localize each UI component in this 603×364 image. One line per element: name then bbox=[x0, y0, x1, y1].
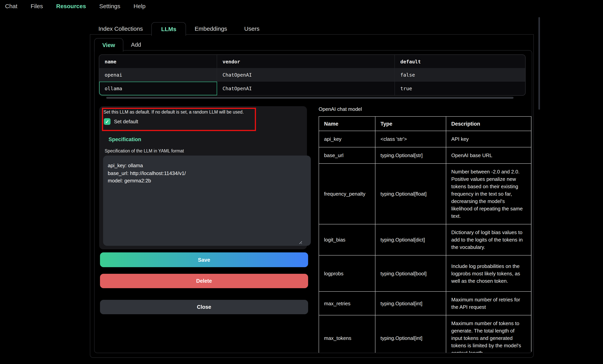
set-default-label: Set default bbox=[114, 119, 138, 125]
llm-col-name: name bbox=[99, 55, 217, 68]
model-row: max_tokens typing.Optional[int] Maximum … bbox=[319, 315, 531, 353]
param-name: logprobs bbox=[319, 255, 375, 292]
param-type: typing.Optional[dict] bbox=[375, 224, 446, 255]
llm-detail-panel: Set this LLM as default. If no default i… bbox=[99, 106, 307, 249]
tab-index-collections[interactable]: Index Collections bbox=[90, 22, 151, 35]
model-row: logprobs typing.Optional[bool] Include l… bbox=[319, 255, 531, 292]
tab-llms[interactable]: LLMs bbox=[151, 22, 186, 35]
llm-list-table: name vendor default openai ChatOpenAI fa… bbox=[99, 55, 526, 96]
close-button[interactable]: Close bbox=[100, 300, 308, 314]
cell-vendor[interactable]: ChatOpenAI bbox=[217, 82, 395, 95]
table-row[interactable]: openai ChatOpenAI false bbox=[99, 68, 525, 82]
param-description: API key bbox=[446, 131, 531, 147]
cell-default[interactable]: true bbox=[395, 82, 525, 95]
tab-users[interactable]: Users bbox=[236, 22, 268, 35]
llms-panel: View Add name vendor default openai Chat… bbox=[90, 34, 534, 358]
param-description: OpenAI base URL bbox=[446, 147, 531, 163]
set-default-checkbox[interactable]: ✓ bbox=[104, 118, 110, 125]
model-col-description: Description bbox=[446, 116, 531, 131]
cell-default[interactable]: false bbox=[395, 68, 525, 82]
tab-embeddings[interactable]: Embeddings bbox=[186, 22, 236, 35]
page-vertical-scrollbar[interactable] bbox=[538, 17, 540, 110]
model-row: logit_bias typing.Optional[dict] Diction… bbox=[319, 224, 531, 255]
param-description: Maximum number of tokens to generate. Th… bbox=[446, 315, 531, 353]
param-description: Dictionary of logit bias values to add t… bbox=[446, 224, 531, 255]
param-type: typing.Optional[bool] bbox=[375, 255, 446, 292]
subtab-add[interactable]: Add bbox=[123, 38, 149, 51]
model-info-table: Name Type Description api_key <class 'st… bbox=[319, 116, 531, 353]
nav-item-settings[interactable]: Settings bbox=[99, 3, 120, 9]
model-row: max_retries typing.Optional[int] Maximum… bbox=[319, 292, 531, 315]
set-default-row: ✓ Set default bbox=[104, 118, 138, 125]
param-name: api_key bbox=[319, 131, 375, 147]
param-type: typing.Optional[str] bbox=[375, 147, 446, 163]
default-note-text: Set this LLM as default. If no default i… bbox=[104, 110, 251, 114]
nav-item-chat[interactable]: Chat bbox=[5, 3, 17, 9]
model-col-name: Name bbox=[319, 116, 375, 131]
param-type: <class 'str'> bbox=[375, 131, 446, 147]
llms-subtabs: View Add bbox=[94, 38, 149, 51]
nav-item-help[interactable]: Help bbox=[134, 3, 146, 9]
model-col-type: Type bbox=[375, 116, 446, 131]
param-description: Include log probabilities on the logprob… bbox=[446, 255, 531, 292]
subtab-view[interactable]: View bbox=[94, 38, 123, 52]
specification-caption: Specification of the LLM in YAML format bbox=[105, 148, 184, 153]
param-description: Number between -2.0 and 2.0. Positive va… bbox=[446, 163, 531, 224]
model-row: base_url typing.Optional[str] OpenAI bas… bbox=[319, 147, 531, 163]
param-name: frequency_penalty bbox=[319, 163, 375, 224]
cell-vendor[interactable]: ChatOpenAI bbox=[217, 68, 395, 82]
table-horizontal-scrollbar[interactable] bbox=[106, 97, 513, 99]
llm-col-default: default bbox=[395, 55, 525, 68]
yaml-spec-textarea[interactable]: api_key: ollama base_url: http://localho… bbox=[103, 156, 311, 246]
param-description: Maximum number of retries for the API re… bbox=[446, 292, 531, 315]
specification-heading: Specification bbox=[109, 136, 141, 142]
nav-item-resources[interactable]: Resources bbox=[56, 3, 86, 9]
param-type: typing.Optional[float] bbox=[375, 163, 446, 224]
model-row: api_key <class 'str'> API key bbox=[319, 131, 531, 147]
param-name: base_url bbox=[319, 147, 375, 163]
llm-col-vendor: vendor bbox=[217, 55, 395, 68]
cell-name[interactable]: openai bbox=[99, 68, 217, 82]
param-name: max_retries bbox=[319, 292, 375, 315]
llm-table-header: name vendor default bbox=[99, 55, 525, 68]
delete-button[interactable]: Delete bbox=[100, 274, 308, 288]
table-row-selected[interactable]: ollama ChatOpenAI true bbox=[99, 82, 525, 95]
param-name: max_tokens bbox=[319, 315, 375, 353]
checkmark-icon: ✓ bbox=[105, 119, 109, 124]
param-name: logit_bias bbox=[319, 224, 375, 255]
save-button[interactable]: Save bbox=[100, 252, 308, 267]
top-nav: Chat Files Resources Settings Help bbox=[0, 0, 603, 12]
resource-tabs: Index Collections LLMs Embeddings Users bbox=[90, 22, 268, 34]
nav-item-files[interactable]: Files bbox=[31, 3, 43, 9]
app-root: Chat Files Resources Settings Help Index… bbox=[0, 0, 603, 364]
model-row: frequency_penalty typing.Optional[float]… bbox=[319, 163, 531, 224]
param-type: typing.Optional[int] bbox=[375, 315, 446, 353]
cell-name[interactable]: ollama bbox=[99, 82, 217, 95]
view-panel: name vendor default openai ChatOpenAI fa… bbox=[94, 50, 532, 353]
model-info-title: OpenAI chat model bbox=[319, 106, 362, 112]
param-type: typing.Optional[int] bbox=[375, 292, 446, 315]
model-table-header: Name Type Description bbox=[319, 116, 531, 131]
